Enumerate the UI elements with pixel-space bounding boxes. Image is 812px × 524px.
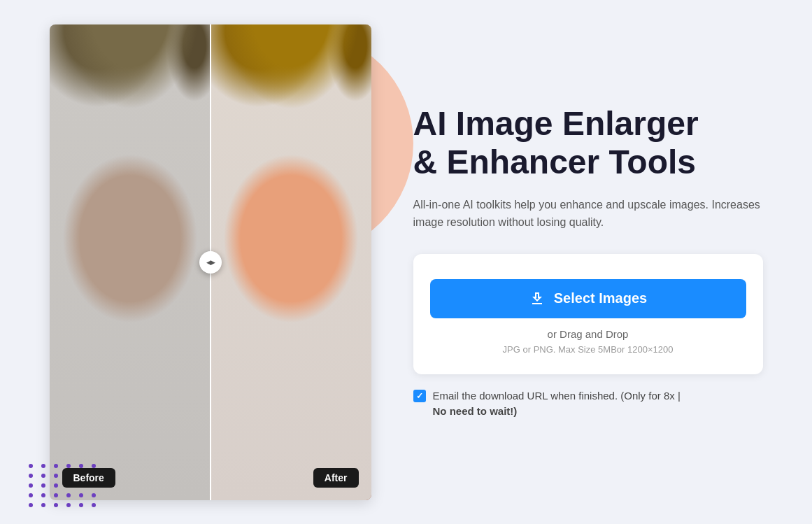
email-notice-row: Email the download URL when finished. (O… xyxy=(413,388,763,420)
upload-box: Select Images or Drag and Drop JPG or PN… xyxy=(413,254,763,374)
upload-icon xyxy=(529,290,546,307)
after-label: After xyxy=(313,468,359,488)
image-comparison-wrapper: Before After xyxy=(50,24,371,500)
select-images-label: Select Images xyxy=(554,290,647,306)
before-image xyxy=(50,24,211,500)
page-container: Before After AI Image Enlarger & Enhance… xyxy=(0,0,812,524)
email-checkbox[interactable] xyxy=(413,390,426,402)
subtitle-text: All-in-one AI toolkits help you enhance … xyxy=(413,196,763,232)
after-image xyxy=(211,24,371,500)
file-constraints-text: JPG or PNG. Max Size 5MBor 1200×1200 xyxy=(503,344,674,355)
before-label: Before xyxy=(62,468,115,488)
select-images-button[interactable]: Select Images xyxy=(430,279,746,318)
comparison-divider-handle[interactable] xyxy=(199,251,222,274)
image-comparison: Before After xyxy=(50,24,371,500)
email-line2: No need to wait!) xyxy=(433,404,681,420)
email-line1: Email the download URL when finished. (O… xyxy=(433,388,681,404)
email-text-group: Email the download URL when finished. (O… xyxy=(433,388,681,420)
drag-drop-text: or Drag and Drop xyxy=(548,328,629,340)
content-side: AI Image Enlarger & Enhancer Tools All-i… xyxy=(413,104,763,420)
main-title: AI Image Enlarger & Enhancer Tools xyxy=(413,104,763,181)
